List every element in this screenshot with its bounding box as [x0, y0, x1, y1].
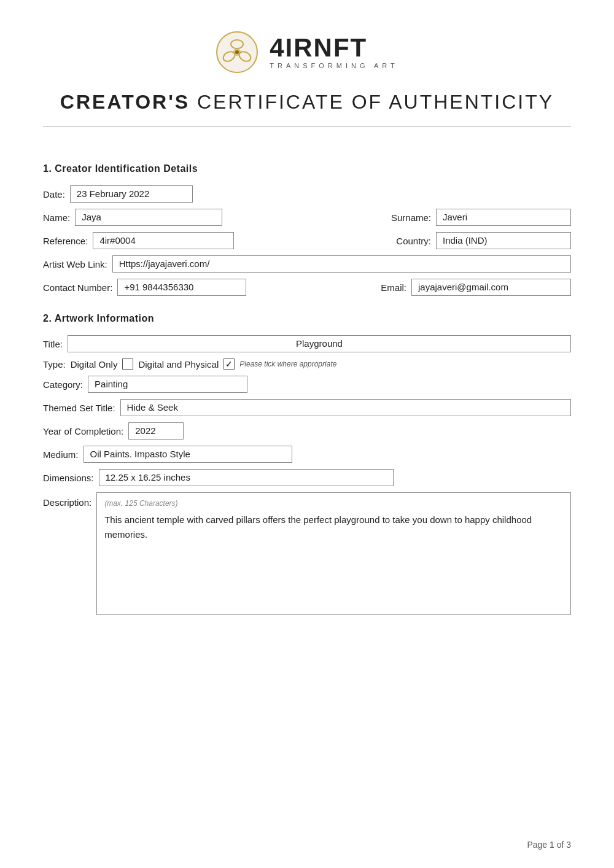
doc-title-light: CERTIFICATE OF AUTHENTICITY: [190, 91, 554, 113]
reference-label: Reference:: [43, 236, 88, 246]
name-row: Name: Jaya Surname: Javeri: [43, 209, 571, 226]
section-creator: 1. Creator Identification Details Date: …: [43, 163, 571, 296]
contact-row: Contact Number: +91 9844356330 Email: ja…: [43, 279, 571, 296]
reference-field[interactable]: 4ir#0004: [93, 232, 234, 249]
description-text: This ancient temple with carved pillars …: [104, 513, 563, 542]
dimensions-field[interactable]: 12.25 x 16.25 inches: [99, 469, 394, 486]
doc-title-bold: CREATOR'S: [60, 91, 190, 113]
weblink-row: Artist Web Link: Https://jayajaveri.com/: [43, 255, 571, 273]
email-field[interactable]: jayajaveri@gmail.com: [411, 279, 571, 296]
category-row: Category: Painting: [43, 376, 571, 393]
description-field[interactable]: (max. 125 Characters) This ancient templ…: [96, 492, 571, 615]
brand-name: 4IRNFT: [270, 35, 367, 61]
dimensions-row: Dimensions: 12.25 x 16.25 inches: [43, 469, 571, 486]
artwork-title-field[interactable]: Playground: [68, 335, 571, 352]
logo-icon: [216, 31, 258, 74]
type-row: Type: Digital Only Digital and Physical …: [43, 358, 571, 370]
section-artwork: 2. Artwork Information Title: Playground…: [43, 313, 571, 615]
type-digital-only: Digital Only: [71, 359, 118, 370]
svg-point-5: [235, 50, 239, 54]
date-field[interactable]: 23 February 2022: [70, 185, 193, 203]
category-label: Category:: [43, 379, 83, 390]
contact-label: Contact Number:: [43, 282, 112, 293]
description-row: Description: (max. 125 Characters) This …: [43, 492, 571, 615]
logo-text-area: 4IRNFT TRANSFORMING ART: [270, 35, 398, 69]
artwork-title-row: Title: Playground: [43, 335, 571, 352]
contact-field[interactable]: +91 9844356330: [117, 279, 246, 296]
certificate-page: 4IRNFT TRANSFORMING ART CREATOR'S CERTIF…: [0, 0, 614, 868]
brand-tagline: TRANSFORMING ART: [270, 62, 398, 69]
medium-label: Medium:: [43, 449, 79, 460]
reference-row: Reference: 4ir#0004 Country: India (IND): [43, 232, 571, 249]
type-note: Please tick where appropriate: [239, 360, 336, 368]
name-field[interactable]: Jaya: [75, 209, 222, 226]
page-number: Page 1 of 3: [527, 840, 571, 850]
name-label: Name:: [43, 212, 70, 223]
date-label: Date:: [43, 189, 65, 200]
year-row: Year of Completion: 2022: [43, 422, 571, 440]
medium-field[interactable]: Oil Paints. Impasto Style: [84, 446, 292, 463]
year-label: Year of Completion:: [43, 426, 123, 436]
surname-label: Surname:: [391, 212, 431, 223]
description-label: Description:: [43, 492, 91, 508]
section2-title: 2. Artwork Information: [43, 313, 571, 324]
dimensions-label: Dimensions:: [43, 473, 94, 483]
themed-label: Themed Set Title:: [43, 403, 115, 413]
surname-field[interactable]: Javeri: [436, 209, 571, 226]
weblink-field[interactable]: Https://jayajaveri.com/: [112, 255, 571, 273]
header: 4IRNFT TRANSFORMING ART CREATOR'S CERTIF…: [43, 31, 571, 145]
year-field[interactable]: 2022: [128, 422, 184, 440]
type-label: Type:: [43, 359, 66, 370]
checkbox-digital-physical[interactable]: ✓: [223, 358, 235, 370]
date-row: Date: 23 February 2022: [43, 185, 571, 203]
logo-area: 4IRNFT TRANSFORMING ART: [216, 31, 398, 74]
type-digital-physical: Digital and Physical: [138, 359, 219, 370]
weblink-label: Artist Web Link:: [43, 259, 107, 269]
description-hint: (max. 125 Characters): [104, 499, 563, 508]
category-field[interactable]: Painting: [88, 376, 247, 393]
email-label: Email:: [381, 282, 406, 293]
themed-row: Themed Set Title: Hide & Seek: [43, 399, 571, 416]
title-divider: [43, 126, 571, 126]
medium-row: Medium: Oil Paints. Impasto Style: [43, 446, 571, 463]
checkbox-digital-only[interactable]: [122, 358, 133, 370]
themed-field[interactable]: Hide & Seek: [120, 399, 571, 416]
document-title: CREATOR'S CERTIFICATE OF AUTHENTICITY: [60, 91, 554, 114]
country-label: Country:: [396, 236, 431, 246]
section1-title: 1. Creator Identification Details: [43, 163, 571, 174]
artwork-title-label: Title:: [43, 339, 63, 349]
country-field[interactable]: India (IND): [436, 232, 571, 249]
